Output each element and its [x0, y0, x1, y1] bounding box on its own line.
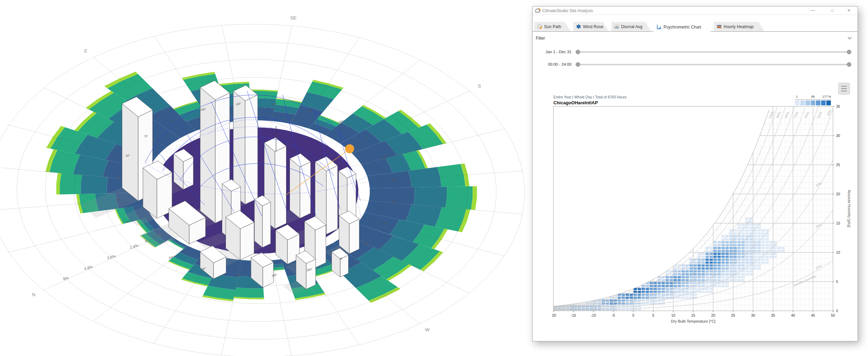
heatmap-cell	[670, 291, 673, 293]
heatmap-cell	[737, 238, 741, 240]
heatmap-cell	[745, 265, 749, 267]
time-range-min-handle[interactable]	[576, 62, 580, 67]
heatmap-cell	[737, 229, 741, 232]
percent-ring-label: 4.8%	[84, 265, 93, 271]
heatmap-cell	[737, 276, 741, 278]
heatmap-cell	[734, 229, 737, 232]
heatmap-cell	[706, 265, 709, 267]
time-range-max-handle[interactable]	[847, 62, 851, 67]
site-viewport-3d[interactable]: NNEESESSWWNW1.2%2.4%3.6%4.8%6%15°30°45°6…	[0, 0, 528, 356]
heatmap-cell	[713, 270, 717, 272]
heatmap-cell	[694, 267, 697, 269]
heatmap-cell	[761, 261, 765, 264]
date-range-min-handle[interactable]	[576, 50, 580, 54]
y-tick-label: 25	[836, 163, 840, 167]
heatmap-cell	[678, 297, 681, 299]
wind-rose-icon	[576, 24, 581, 29]
heatmap-cell	[734, 241, 737, 243]
heatmap-cell	[710, 279, 713, 281]
heatmap-cell	[706, 250, 709, 252]
heatmap-cell	[721, 285, 725, 287]
building-face	[326, 166, 338, 234]
heatmap-cell	[737, 261, 741, 264]
heatmap-cell	[702, 285, 705, 287]
y-tick-label: 20	[836, 192, 840, 196]
heatmap-cell	[761, 247, 765, 249]
heatmap-cell	[618, 308, 621, 310]
maximize-button[interactable]: □	[826, 7, 838, 14]
x-tick-label: -5	[612, 313, 615, 317]
tab-hourly-heatmap[interactable]: Hourly Heatmap	[714, 22, 764, 31]
heatmap-cell	[721, 256, 725, 258]
heatmap-cell	[734, 270, 737, 272]
rh-curve-label: 40%	[826, 109, 832, 116]
heatmap-cell	[702, 256, 705, 258]
heatmap-cell	[750, 259, 753, 261]
heatmap-cell	[702, 276, 705, 278]
tab-wind-rose[interactable]: Wind Rose	[573, 22, 609, 31]
tab-label: Wind Rose	[583, 24, 603, 29]
heatmap-cell	[782, 247, 785, 249]
x-tick-label: -15	[571, 313, 576, 317]
heatmap-cell	[686, 279, 689, 281]
close-button[interactable]: ✕	[843, 7, 855, 14]
heatmap-cell	[758, 232, 761, 234]
tab-diurnal-avg[interactable]: Diurnal Avg	[611, 22, 651, 31]
heatmap-cell	[737, 226, 741, 228]
date-range-max-handle[interactable]	[847, 50, 851, 54]
heatmap-cell	[706, 285, 709, 287]
heatmap-cell	[734, 267, 737, 269]
heatmap-cell	[713, 285, 717, 287]
heatmap-cell	[726, 241, 729, 243]
heatmap-cell	[758, 250, 761, 252]
heatmap-cell	[642, 285, 645, 287]
heatmap-cell	[750, 235, 753, 237]
heatmap-cell	[750, 229, 753, 232]
heatmap-cell	[737, 270, 741, 272]
heatmap-cell	[678, 288, 681, 290]
heatmap-cell	[737, 235, 741, 237]
heatmap-cell	[734, 259, 737, 261]
heatmap-cell	[750, 221, 753, 223]
building-face	[300, 162, 311, 218]
heatmap-cell	[698, 253, 701, 255]
heatmap-cell	[753, 232, 757, 234]
heatmap-cell	[729, 273, 733, 275]
heatmap-cell	[753, 241, 757, 243]
chart-menu-button[interactable]	[838, 83, 850, 95]
time-range-slider[interactable]	[578, 64, 849, 65]
heatmap-cell	[769, 241, 773, 243]
heatmap-cell	[758, 267, 761, 269]
heatmap-cell	[750, 253, 753, 255]
heatmap-cell	[626, 308, 629, 310]
heatmap-cell	[690, 294, 693, 296]
heatmap-cell	[729, 270, 733, 272]
filter-section-label: Filter	[536, 36, 545, 41]
title-bar[interactable]: ClimateStudio Site Analysis — □ ✕	[533, 7, 858, 15]
legend-swatch	[816, 100, 820, 105]
tab-psychrometric-chart[interactable]: Psychrometric Chart	[654, 22, 711, 32]
heatmap-cell	[734, 244, 737, 246]
heatmap-cell	[706, 291, 709, 293]
chevron-down-icon[interactable]	[847, 37, 852, 40]
heatmap-cell	[753, 259, 757, 261]
x-tick-label: 15	[691, 313, 695, 317]
chart-station-name: ChicagoOHareIntlAP	[553, 100, 598, 105]
heatmap-cell	[694, 270, 697, 272]
x-tick-label: 20	[711, 313, 715, 317]
heatmap-cell	[638, 299, 641, 301]
tab-sun-path[interactable]: Sun Path	[534, 22, 570, 31]
y-tick-label: 15	[836, 221, 840, 225]
heatmap-cell	[710, 259, 713, 261]
heatmap-cell	[758, 229, 761, 232]
heatmap-cell	[745, 232, 749, 234]
heatmap-cell	[769, 250, 773, 252]
date-range-slider[interactable]	[578, 51, 849, 53]
heatmap-cell	[737, 241, 741, 243]
minimize-button[interactable]: —	[807, 7, 819, 14]
y-tick-label: 35	[836, 104, 840, 108]
heatmap-cell	[737, 273, 741, 275]
heatmap-cell	[634, 302, 637, 305]
diurnal-avg-icon	[614, 24, 619, 29]
heatmap-cell	[745, 229, 749, 232]
